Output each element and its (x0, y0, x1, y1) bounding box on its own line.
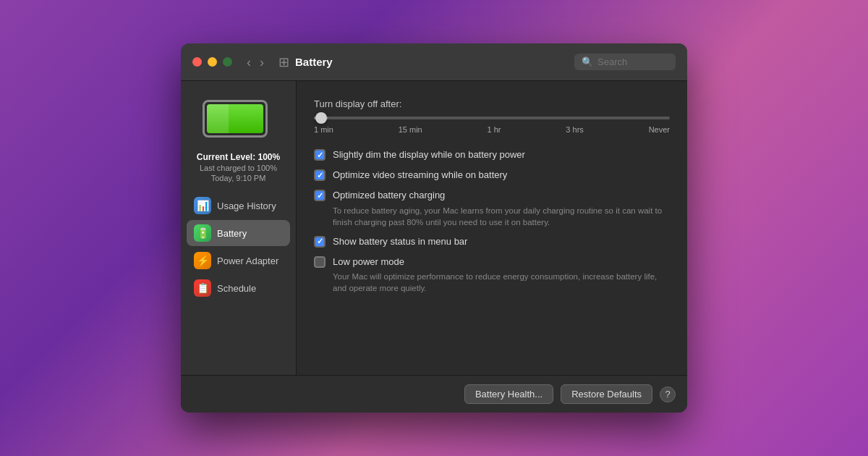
sidebar-item-usage-history[interactable]: 📊 Usage History (187, 193, 290, 219)
battery-level: Current Level: 100% (197, 152, 280, 162)
restore-defaults-button[interactable]: Restore Defaults (561, 384, 652, 404)
minimize-button[interactable] (208, 57, 217, 67)
forward-button[interactable]: › (257, 54, 267, 70)
slider-label-1min: 1 min (314, 125, 333, 134)
sidebar-item-schedule[interactable]: 📋 Schedule (187, 275, 290, 301)
maximize-button[interactable] (223, 57, 232, 67)
display-off-label: Turn display off after: (314, 98, 670, 109)
back-button[interactable]: ‹ (244, 54, 254, 70)
bottom-bar: Battery Health... Restore Defaults ? (181, 375, 687, 413)
last-charged: Last charged to 100% (200, 164, 277, 172)
content-area: Current Level: 100% Last charged to 100%… (181, 81, 687, 375)
slider-thumb[interactable] (315, 112, 327, 124)
slider-container: Turn display off after: 1 min 15 min 1 h… (314, 98, 670, 134)
power-adapter-icon: ⚡ (194, 252, 211, 269)
slider-track[interactable] (314, 117, 670, 119)
sidebar-item-label-power: Power Adapter (217, 256, 278, 266)
sidebar-item-label-battery: Battery (217, 228, 247, 239)
window-title: Battery (295, 56, 574, 68)
checkbox-show-status[interactable]: ✓ (314, 236, 326, 248)
search-icon: 🔍 (582, 56, 593, 67)
option-text-video: Optimize video streaming while on batter… (333, 169, 670, 182)
slider-label-never: Never (649, 125, 670, 134)
sidebar-item-label-schedule: Schedule (217, 283, 256, 294)
slider-label-15min: 15 min (399, 125, 422, 134)
option-dim-display: ✓ Slightly dim the display while on batt… (314, 148, 670, 161)
check-icon-dim: ✓ (317, 151, 323, 160)
option-text-dim: Slightly dim the display while on batter… (333, 148, 670, 161)
check-icon-status: ✓ (317, 237, 323, 246)
help-button[interactable]: ? (660, 387, 676, 402)
option-optimize-video: ✓ Optimize video streaming while on batt… (314, 169, 670, 182)
search-input[interactable] (597, 56, 668, 67)
sidebar-item-battery[interactable]: 🔋 Battery (187, 220, 290, 246)
option-label-status: Show battery status in menu bar (333, 235, 670, 248)
traffic-lights (192, 57, 232, 67)
battery-body (203, 100, 268, 138)
options-list: ✓ Slightly dim the display while on batt… (314, 148, 670, 358)
checkbox-low-power[interactable] (314, 256, 326, 268)
close-button[interactable] (192, 57, 202, 67)
checkbox-optimized-charging[interactable]: ✓ (314, 190, 326, 201)
checkbox-optimize-video[interactable]: ✓ (314, 169, 326, 181)
battery-icon-container (203, 100, 275, 143)
option-label-low-power: Low power mode (333, 256, 670, 269)
option-desc-charging: To reduce battery aging, your Mac learns… (333, 205, 670, 228)
checkbox-dim-display[interactable]: ✓ (314, 149, 326, 161)
slider-label-3hrs: 3 hrs (566, 125, 583, 134)
schedule-icon: 📋 (194, 279, 211, 297)
grid-icon: ⊞ (278, 54, 289, 70)
slider-label-1hr: 1 hr (488, 125, 501, 134)
check-icon-charging: ✓ (317, 191, 323, 200)
slider-labels: 1 min 15 min 1 hr 3 hrs Never (314, 125, 670, 134)
option-text-status: Show battery status in menu bar (333, 235, 670, 248)
titlebar: ‹ › ⊞ Battery 🔍 (181, 43, 687, 81)
option-show-status: ✓ Show battery status in menu bar (314, 235, 670, 248)
battery-highlight (207, 104, 229, 133)
option-desc-low-power: Your Mac will optimize performance to re… (333, 271, 670, 294)
sidebar-item-power-adapter[interactable]: ⚡ Power Adapter (187, 248, 290, 274)
option-label-dim: Slightly dim the display while on batter… (333, 148, 670, 161)
option-low-power: Low power mode Your Mac will optimize pe… (314, 256, 670, 294)
check-icon-video: ✓ (317, 171, 323, 180)
charge-time: Today, 9:10 PM (211, 174, 266, 182)
sidebar-nav: 📊 Usage History 🔋 Battery ⚡ Power Adapte… (181, 193, 296, 303)
search-box[interactable]: 🔍 (574, 54, 676, 70)
nav-buttons: ‹ › (244, 54, 267, 70)
settings-window: ‹ › ⊞ Battery 🔍 Current Level: 100% Last… (181, 43, 687, 413)
sidebar: Current Level: 100% Last charged to 100%… (181, 81, 297, 375)
sidebar-item-label-usage: Usage History (217, 200, 276, 211)
main-content: Turn display off after: 1 min 15 min 1 h… (297, 81, 687, 375)
option-text-charging: Optimized battery charging To reduce bat… (333, 189, 670, 227)
option-label-video: Optimize video streaming while on batter… (333, 169, 670, 182)
battery-health-button[interactable]: Battery Health... (464, 384, 553, 404)
option-optimized-charging: ✓ Optimized battery charging To reduce b… (314, 189, 670, 227)
usage-history-icon: 📊 (194, 197, 211, 214)
battery-icon: 🔋 (194, 224, 211, 242)
option-label-charging: Optimized battery charging (333, 189, 670, 202)
option-text-low-power: Low power mode Your Mac will optimize pe… (333, 256, 670, 294)
